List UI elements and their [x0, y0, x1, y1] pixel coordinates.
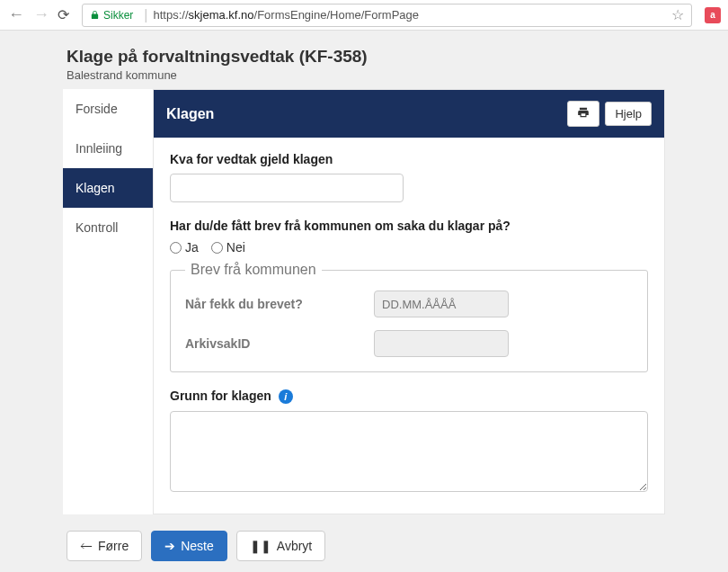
sidebar-item-forside[interactable]: Forside: [63, 89, 153, 129]
sidebar-item-klagen[interactable]: Klagen: [63, 168, 153, 208]
naar-label: Når fekk du brevet?: [185, 297, 356, 311]
address-bar[interactable]: Sikker | https://skjema.kf.no/FormsEngin…: [82, 4, 692, 27]
sidebar-item-label: Klagen: [75, 181, 115, 195]
help-label: Hjelp: [615, 107, 642, 121]
sidebar-item-label: Kontroll: [75, 220, 118, 235]
vedtak-input[interactable]: [170, 174, 404, 202]
forward-icon[interactable]: →: [32, 5, 50, 24]
main-panel: Klagen Hjelp Kva for vedtak gjeld klagen…: [153, 89, 665, 514]
panel-header: Klagen Hjelp: [154, 90, 664, 138]
reload-icon[interactable]: ⟳: [58, 6, 69, 23]
grunn-textarea[interactable]: [170, 411, 648, 492]
bookmark-star-icon[interactable]: ☆: [671, 6, 684, 23]
page-header: Klage på forvaltningsvedtak (KF-358) Bal…: [63, 47, 665, 89]
info-icon[interactable]: i: [279, 389, 293, 404]
sidebar-item-innleiing[interactable]: Innleiing: [63, 129, 153, 168]
cancel-button[interactable]: ❚❚ Avbryt: [236, 531, 325, 561]
footer-buttons: 🡐 Førre ➔ Neste ❚❚ Avbryt: [63, 531, 665, 561]
next-label: Neste: [181, 539, 214, 553]
next-button[interactable]: ➔ Neste: [151, 531, 227, 561]
prev-label: Førre: [98, 539, 129, 553]
browser-toolbar: ← → ⟳ Sikker | https://skjema.kf.no/Form…: [0, 0, 728, 31]
brev-fieldset: Brev frå kommunen Når fekk du brevet? Ar…: [170, 262, 648, 372]
arrow-left-icon: 🡐: [80, 539, 93, 553]
arrow-right-icon: ➔: [164, 539, 175, 553]
secure-label: Sikker: [103, 9, 133, 22]
radio-no-input[interactable]: [211, 242, 223, 254]
pause-icon: ❚❚: [250, 539, 271, 553]
arkiv-input[interactable]: [374, 330, 509, 357]
naar-input[interactable]: [374, 290, 509, 317]
sidebar-item-label: Forside: [75, 102, 118, 116]
print-icon: [577, 106, 590, 121]
page-subtitle: Balestrand kommune: [67, 68, 665, 82]
url-text: https://skjema.kf.no/FormsEngine/Home/Fo…: [154, 8, 420, 22]
vedtak-label: Kva for vedtak gjeld klagen: [170, 152, 648, 166]
cancel-label: Avbryt: [277, 539, 312, 553]
lock-icon: Sikker: [90, 9, 133, 22]
prev-button[interactable]: 🡐 Førre: [67, 531, 142, 561]
sidebar-item-label: Innleiing: [75, 141, 122, 156]
radio-no[interactable]: Nei: [211, 240, 245, 255]
print-button[interactable]: [567, 101, 599, 127]
fieldset-legend: Brev frå kommunen: [185, 262, 322, 278]
radio-group: Ja Nei: [170, 240, 648, 255]
panel-title: Klagen: [166, 106, 214, 122]
brev-question-label: Har du/de fått brev frå kommunen om saka…: [170, 219, 648, 233]
sidebar-item-kontroll[interactable]: Kontroll: [63, 208, 153, 247]
sidebar: Forside Innleiing Klagen Kontroll: [63, 89, 153, 514]
grunn-label: Grunn for klagen i: [170, 389, 648, 404]
arkiv-label: ArkivsakID: [185, 336, 356, 351]
back-icon[interactable]: ←: [7, 5, 25, 24]
extension-icon[interactable]: a: [705, 7, 721, 23]
page-title: Klage på forvaltningsvedtak (KF-358): [67, 47, 665, 67]
radio-yes[interactable]: Ja: [170, 240, 199, 255]
help-button[interactable]: Hjelp: [605, 102, 652, 126]
radio-yes-input[interactable]: [170, 242, 182, 254]
